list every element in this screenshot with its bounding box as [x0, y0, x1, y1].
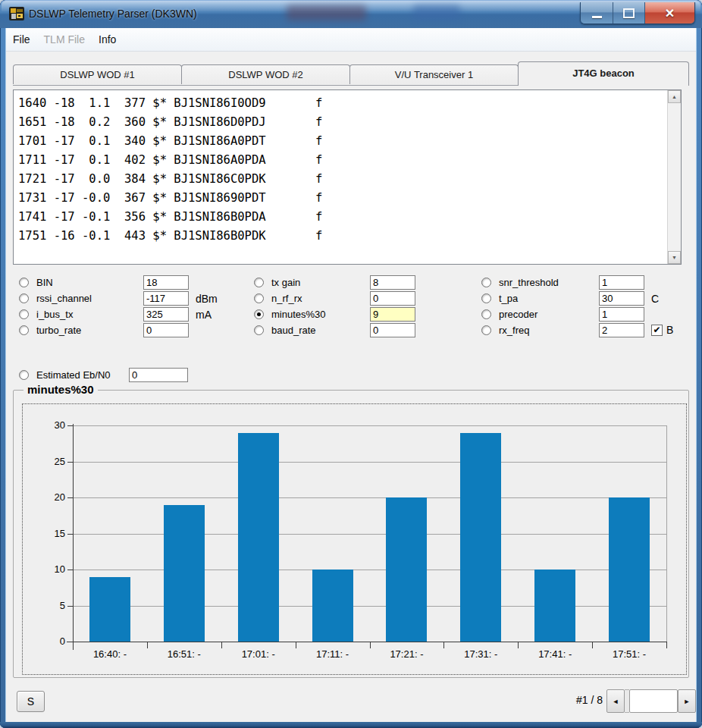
- tab-jt4g-beacon[interactable]: JT4G beacon: [518, 61, 689, 86]
- y-axis-label: 25: [38, 456, 65, 467]
- param-radio-BIN[interactable]: [19, 278, 29, 287]
- param-radio-tx gain[interactable]: [254, 278, 264, 287]
- param-radio-i_bus_tx[interactable]: [19, 309, 29, 319]
- param-field-precoder[interactable]: 1: [599, 307, 644, 322]
- chart-bar: [312, 570, 353, 642]
- chart-bar: [609, 497, 650, 642]
- param-radio-rssi_channel[interactable]: [19, 293, 29, 303]
- window-controls: ✕: [580, 2, 695, 24]
- param-label: minutes%30: [271, 309, 370, 320]
- param-field-baud_rate[interactable]: 0: [370, 323, 415, 337]
- next-record-arrow-icon[interactable]: ►: [678, 689, 696, 713]
- window-title: DSLWP Telemetry Parser (DK3WN): [29, 8, 197, 20]
- tab-vu-transceiver-1[interactable]: V/U Transceiver 1: [349, 64, 519, 84]
- x-axis-label: 17:01: -: [221, 648, 296, 660]
- param-field-i_bus_tx[interactable]: 325: [143, 307, 189, 322]
- chart-bar: [164, 505, 205, 642]
- param-field-minutes%30[interactable]: 9: [370, 307, 415, 322]
- param-row: rssi_channel-117dBm: [17, 290, 244, 306]
- tab-dslwp-wod-1[interactable]: DSLWP WOD #1: [13, 64, 182, 84]
- param-unit: C: [651, 293, 659, 305]
- maximize-icon: [623, 8, 635, 18]
- param-radio-minutes%30[interactable]: [254, 309, 264, 319]
- previous-record-arrow-icon[interactable]: ◄: [606, 689, 625, 713]
- param-field-turbo_rate[interactable]: 0: [143, 323, 189, 337]
- x-tick: [443, 642, 444, 648]
- x-axis-label: 17:11: -: [296, 648, 370, 660]
- b-checkbox[interactable]: ✔: [651, 325, 663, 336]
- param-field-rx_freq[interactable]: 2: [599, 323, 644, 337]
- param-field-n_rf_rx[interactable]: 0: [370, 291, 415, 306]
- x-axis-label: 17:31: -: [443, 648, 518, 660]
- param-label: rx_freq: [499, 325, 599, 336]
- menu-tlm-file: TLM File: [37, 28, 92, 51]
- estimated-ebn0-row: Estimated Eb/N0 0: [17, 366, 188, 383]
- menu-info[interactable]: Info: [92, 28, 123, 51]
- scroll-up-icon[interactable]: ▲: [668, 90, 681, 103]
- background-glass-blur: [413, 5, 460, 20]
- s-button[interactable]: S: [17, 691, 45, 712]
- param-field-BIN[interactable]: 18: [143, 275, 189, 290]
- param-field-t_pa[interactable]: 30: [599, 291, 644, 306]
- param-field-rssi_channel[interactable]: -117: [143, 291, 189, 306]
- param-radio-t_pa[interactable]: [481, 293, 491, 303]
- param-radio-baud_rate[interactable]: [254, 325, 264, 335]
- x-axis-label: 17:41: -: [518, 648, 592, 660]
- param-radio-snr_threshold[interactable]: [481, 278, 491, 287]
- param-label: t_pa: [499, 293, 599, 304]
- param-field-tx gain[interactable]: 8: [370, 275, 415, 290]
- close-button[interactable]: ✕: [644, 2, 694, 24]
- param-column-2: tx gain8n_rf_rx0minutes%309baud_rate0: [252, 275, 479, 338]
- x-tick: [666, 642, 667, 648]
- client-area: DSLWP WOD #1 DSLWP WOD #2 V/U Transceive…: [6, 52, 696, 722]
- check-icon: ✔: [653, 325, 660, 335]
- param-label: n_rf_rx: [271, 293, 370, 304]
- window-frame-bottom: [0, 722, 702, 728]
- chart-bar: [534, 570, 575, 642]
- app-window: DSLWP Telemetry Parser (DK3WN) ✕ File TL…: [0, 0, 702, 728]
- param-radio-n_rf_rx[interactable]: [254, 293, 264, 303]
- vertical-scrollbar[interactable]: ▲ ▼: [667, 90, 681, 264]
- scroll-down-icon[interactable]: ▼: [668, 251, 681, 264]
- param-unit: dBm: [196, 293, 218, 305]
- x-tick: [592, 642, 593, 648]
- param-row: tx gain8: [252, 275, 479, 290]
- param-label: baud_rate: [271, 325, 370, 336]
- estimated-ebn0-radio[interactable]: [19, 370, 29, 380]
- param-field-snr_threshold[interactable]: 1: [599, 275, 644, 290]
- param-row: BIN18: [17, 275, 244, 290]
- x-tick: [296, 642, 296, 648]
- title-bar[interactable]: DSLWP Telemetry Parser (DK3WN) ✕: [0, 0, 702, 28]
- menu-file[interactable]: File: [6, 28, 37, 51]
- tab-dslwp-wod-2[interactable]: DSLWP WOD #2: [181, 64, 350, 84]
- param-radio-precoder[interactable]: [481, 309, 491, 319]
- x-tick: [221, 642, 222, 648]
- page-indicator: #1 / 8: [548, 694, 603, 706]
- x-axis-label: 16:40: -: [73, 648, 147, 660]
- param-radio-rx_freq[interactable]: [481, 325, 491, 335]
- gridline: [73, 606, 666, 607]
- param-label: BIN: [36, 277, 143, 288]
- minimize-button[interactable]: [581, 2, 613, 24]
- chart-bar: [238, 433, 279, 642]
- maximize-button[interactable]: [613, 2, 644, 24]
- x-axis-label: 16:51: -: [147, 648, 221, 660]
- param-label: precoder: [499, 309, 599, 320]
- y-tick: [67, 570, 73, 570]
- minutes30-groupbox: minutes%30 05101520253016:40: -16:51: -1…: [13, 390, 689, 678]
- param-row: n_rf_rx0: [252, 290, 479, 306]
- x-axis-label: 17:21: -: [370, 648, 444, 660]
- estimated-ebn0-field[interactable]: 0: [129, 368, 188, 382]
- x-axis-label: 17:51: -: [592, 648, 666, 660]
- param-radio-turbo_rate[interactable]: [19, 325, 29, 335]
- telemetry-log[interactable]: 1640 -18 1.1 377 $* BJ1SNI86I0OD9 f 1651…: [13, 89, 682, 265]
- gridline: [73, 570, 666, 570]
- close-icon: ✕: [665, 6, 675, 20]
- b-checkbox-label: B: [666, 324, 673, 336]
- record-scrollbar-thumb[interactable]: [629, 689, 678, 713]
- y-axis: [73, 424, 74, 650]
- y-axis-label: 0: [38, 635, 65, 647]
- b-checkbox-row: ✔ B: [650, 323, 675, 337]
- y-axis-label: 15: [38, 528, 65, 539]
- chart-bar: [460, 433, 501, 642]
